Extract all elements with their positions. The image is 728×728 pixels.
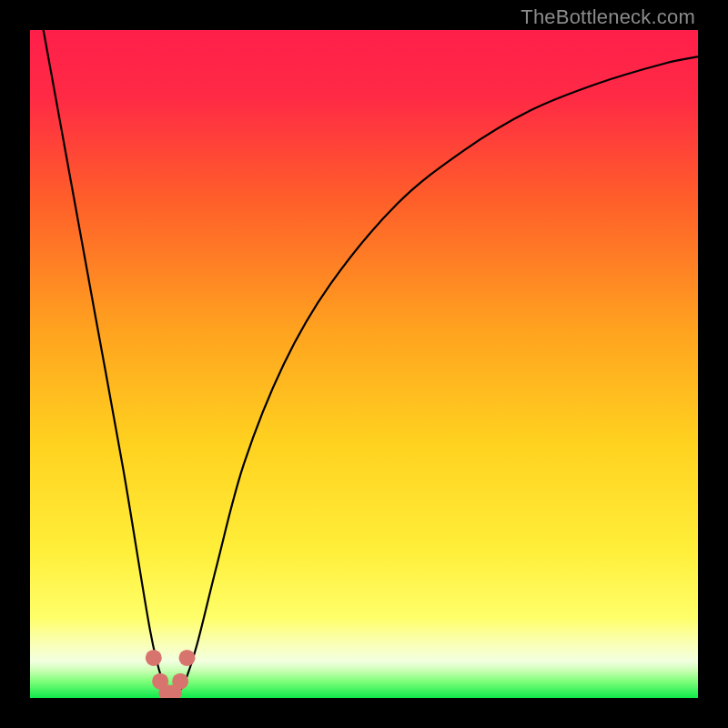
watermark-text: TheBottleneck.com xyxy=(521,5,695,29)
threshold-marker xyxy=(178,650,195,666)
threshold-marker xyxy=(146,650,162,666)
mismatch-curve xyxy=(30,30,698,698)
threshold-marker xyxy=(172,673,188,690)
plot-area xyxy=(30,30,698,698)
chart-frame: TheBottleneck.com xyxy=(0,0,728,728)
